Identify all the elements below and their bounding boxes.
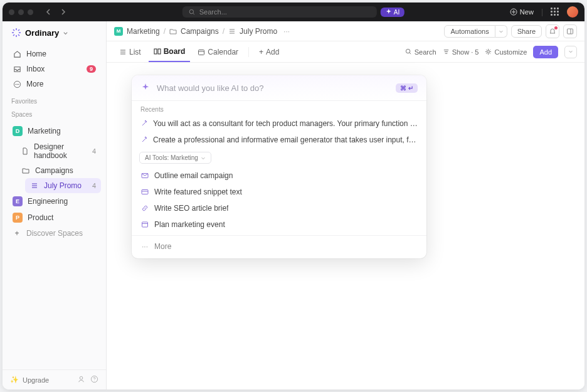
ai-prompt-input[interactable]: What would you like AI to do? ⌘ ↵ (132, 75, 426, 101)
search-input[interactable]: Search... (182, 6, 377, 18)
recents-label: Recents (132, 101, 426, 115)
nav-more[interactable]: More (8, 77, 101, 92)
recent-item[interactable]: You will act as a consultant for tech pr… (132, 115, 426, 132)
forward-button[interactable] (57, 6, 68, 18)
show-action[interactable]: Show · 5 (443, 48, 479, 56)
breadcrumb-campaigns[interactable]: Campaigns (181, 27, 219, 36)
ai-tool-plan-event[interactable]: Plan marketing event (132, 216, 426, 233)
folder-icon (21, 167, 30, 174)
inbox-icon (13, 65, 21, 73)
add-view-button[interactable]: + Add (254, 43, 284, 61)
ai-tool-featured-snippet[interactable]: Write featured snippet text (132, 184, 426, 200)
space-engineering[interactable]: E Engineering (8, 193, 101, 209)
filter-icon (443, 48, 450, 55)
view-tab-calendar[interactable]: Calendar (193, 43, 243, 61)
user-avatar[interactable] (567, 6, 578, 18)
list-icon (30, 182, 39, 189)
view-tabs-row: List Board Calendar + Add Search Show · … (107, 41, 584, 63)
folder-icon (169, 28, 177, 35)
svg-rect-16 (142, 222, 148, 227)
sparkle-icon (140, 83, 151, 93)
chevron-down-icon (201, 156, 206, 161)
workspace-switcher[interactable]: Ordinary (3, 21, 106, 44)
svg-point-4 (16, 83, 17, 84)
nav-home[interactable]: Home (8, 46, 101, 61)
search-icon (405, 48, 412, 55)
notifications-button[interactable] (546, 24, 559, 38)
space-color-icon: P (13, 213, 23, 223)
svg-rect-8 (568, 29, 573, 34)
list-icon (228, 28, 236, 35)
breadcrumb-more-icon[interactable]: ··· (283, 27, 290, 36)
spaces-label: Spaces (3, 107, 106, 120)
recent-item[interactable]: Create a professional and informative em… (132, 132, 426, 148)
chevron-down-icon (63, 30, 68, 36)
search-action[interactable]: Search (405, 48, 436, 56)
ai-more[interactable]: ··· More (132, 238, 426, 258)
minimize-dot[interactable] (18, 9, 24, 15)
apps-icon[interactable] (551, 8, 559, 16)
doc-icon (21, 147, 29, 155)
ai-button[interactable]: AI (381, 8, 405, 17)
ai-tool-seo-brief[interactable]: Write SEO article brief (132, 200, 426, 216)
add-task-button[interactable]: Add (533, 46, 558, 58)
close-dot[interactable] (9, 9, 14, 15)
share-button[interactable]: Share (511, 25, 542, 38)
folder-designer-handbook[interactable]: Designer handbook 4 (16, 139, 101, 163)
svg-point-13 (487, 51, 490, 53)
mail-icon (140, 172, 149, 179)
ai-prompt-placeholder: What would you like AI to do? (157, 83, 389, 93)
ai-command-panel: What would you like AI to do? ⌘ ↵ Recent… (132, 75, 426, 258)
svg-point-12 (406, 49, 410, 53)
window-controls[interactable] (9, 9, 33, 15)
wand-icon (140, 136, 148, 144)
breadcrumb-marketing[interactable]: Marketing (127, 27, 160, 36)
svg-rect-9 (154, 49, 157, 54)
maximize-dot[interactable] (28, 9, 33, 15)
card-icon (140, 188, 149, 196)
customize-action[interactable]: Customize (485, 48, 527, 56)
folder-campaigns[interactable]: Campaigns (16, 163, 101, 178)
view-tab-board[interactable]: Board (149, 42, 191, 62)
discover-spaces[interactable]: + Discover Spaces (8, 226, 101, 241)
home-icon (13, 50, 21, 58)
new-button[interactable]: New (510, 8, 534, 16)
breadcrumb-july-promo[interactable]: July Promo (240, 27, 277, 36)
invite-icon[interactable] (77, 375, 85, 384)
settings-icon (485, 48, 492, 55)
breadcrumb-row: M Marketing / Campaigns / July Promo ···… (107, 21, 584, 41)
space-color-icon: E (13, 196, 23, 206)
svg-point-0 (189, 9, 193, 13)
svg-rect-10 (158, 49, 161, 54)
help-icon[interactable] (90, 375, 98, 384)
add-dropdown[interactable] (564, 46, 577, 58)
automations-button[interactable]: Automations (444, 25, 495, 38)
upgrade-link[interactable]: Upgrade (23, 376, 49, 384)
svg-point-6 (80, 376, 83, 379)
plus-circle-icon (510, 8, 517, 16)
board-icon (154, 48, 161, 55)
sidebar-footer: ✨ Upgrade (3, 369, 106, 389)
workspace-logo-icon (11, 28, 21, 38)
panel-toggle-button[interactable] (563, 24, 577, 38)
svg-point-3 (15, 83, 16, 84)
sparkle-icon (386, 9, 392, 15)
titlebar: Search... AI New | (3, 3, 584, 21)
space-product[interactable]: P Product (8, 209, 101, 226)
nav-inbox[interactable]: Inbox 9 (8, 61, 101, 77)
wand-icon (140, 120, 148, 127)
back-button[interactable] (43, 6, 55, 18)
more-icon (13, 80, 21, 88)
sidebar: Ordinary Home Inbox 9 More Favorites Spa… (3, 21, 107, 389)
view-tab-list[interactable]: List (114, 43, 146, 61)
link-icon (140, 204, 149, 212)
favorites-label: Favorites (3, 94, 106, 107)
dots-icon: ··· (140, 242, 149, 251)
space-marketing[interactable]: D Marketing (8, 123, 101, 139)
ai-tools-chip[interactable]: AI Tools: Marketing (139, 152, 211, 164)
ai-tool-outline-email[interactable]: Outline email campaign (132, 167, 426, 184)
calendar-icon (198, 48, 205, 56)
search-icon (189, 9, 196, 16)
list-july-promo[interactable]: July Promo 4 (25, 178, 101, 193)
automations-dropdown[interactable] (495, 25, 507, 38)
